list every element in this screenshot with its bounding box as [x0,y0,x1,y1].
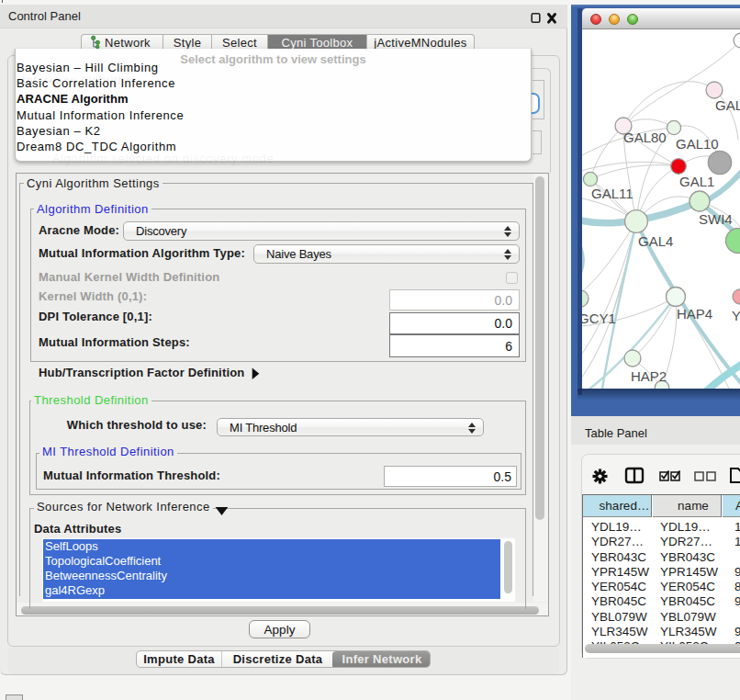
svg-text:Y: Y [732,308,740,323]
svg-text:SWI4: SWI4 [699,211,733,227]
svg-text:GAL10: GAL10 [676,136,719,152]
svg-text:GAL80: GAL80 [623,130,667,145]
svg-text:GAL11: GAL11 [591,186,633,201]
svg-text:GAL4: GAL4 [638,233,673,249]
svg-text:HAP4: HAP4 [677,306,712,322]
svg-text:GAL1: GAL1 [679,174,714,189]
svg-text:GAL: GAL [715,97,740,113]
svg-text:HAP2: HAP2 [631,368,667,384]
svg-text:GCY1: GCY1 [582,310,616,326]
